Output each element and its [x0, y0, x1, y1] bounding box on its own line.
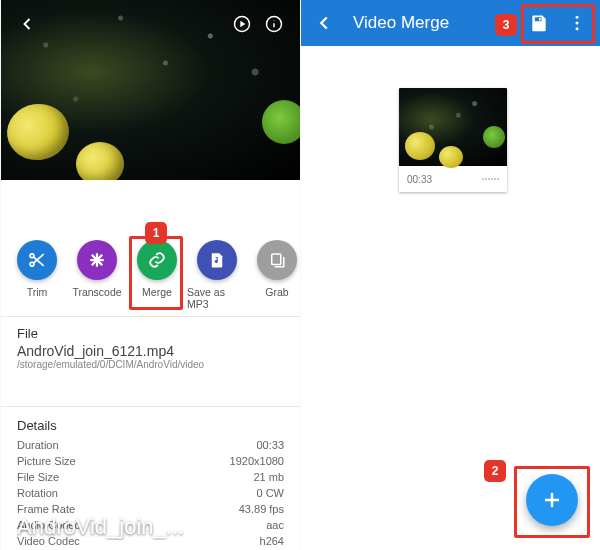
detail-row: Picture Size1920x1080 [17, 453, 284, 469]
thumb-decoration [483, 126, 505, 148]
detail-row: Rotation0 CW [17, 485, 284, 501]
svg-point-4 [30, 262, 34, 266]
merge-icon-circle [137, 240, 177, 280]
frame-grab-icon [268, 251, 286, 269]
add-video-fab[interactable] [526, 474, 578, 526]
svg-point-7 [576, 22, 579, 25]
divider [1, 316, 300, 317]
detail-value: 21 mb [253, 469, 284, 485]
tool-merge[interactable]: Merge [127, 240, 187, 310]
thumbnail-footer: 00:33 [399, 166, 507, 192]
tool-grab[interactable]: Grab [247, 240, 300, 310]
svg-point-3 [30, 254, 34, 258]
detail-row: Duration00:33 [17, 437, 284, 453]
tool-strip: Trim Transcode Merge Save as MP3 [1, 240, 300, 310]
tool-label: Merge [142, 286, 172, 298]
tool-transcode[interactable]: Transcode [67, 240, 127, 310]
file-heading: File [17, 326, 284, 341]
tool-trim[interactable]: Trim [7, 240, 67, 310]
svg-point-8 [576, 27, 579, 30]
info-button[interactable] [258, 8, 290, 40]
play-button[interactable] [226, 8, 258, 40]
arrow-left-icon [313, 12, 335, 34]
back-button[interactable] [307, 6, 341, 40]
mp3-icon-circle [197, 240, 237, 280]
grab-icon-circle [257, 240, 297, 280]
detail-key: File Size [17, 469, 59, 485]
appbar: Video Merge [301, 0, 600, 46]
annotation-number-2: 2 [484, 460, 506, 482]
detail-value: 43.89 fps [239, 501, 284, 517]
detail-row: File Size21 mb [17, 469, 284, 485]
thumbnail-duration: 00:33 [407, 174, 432, 185]
screen-video-merge: Video Merge 00:33 [300, 0, 600, 550]
music-file-icon [208, 251, 226, 269]
detail-value: h264 [260, 533, 284, 549]
video-title: AndroVid_join_... [17, 514, 184, 540]
play-circle-icon [232, 14, 252, 34]
detail-value: 0 CW [257, 485, 285, 501]
transcode-icon-circle [77, 240, 117, 280]
trim-icon-circle [17, 240, 57, 280]
file-name: AndroVid_join_6121.mp4 [17, 343, 284, 359]
detail-key: Picture Size [17, 453, 76, 469]
video-thumbnail-card[interactable]: 00:33 [399, 88, 507, 192]
tool-label: Transcode [72, 286, 121, 298]
hero-decoration [3, 100, 72, 164]
details-heading: Details [17, 418, 284, 433]
link-icon [147, 250, 167, 270]
tool-label: Grab [265, 286, 288, 298]
divider [1, 406, 300, 407]
more-vertical-icon [567, 13, 587, 33]
drag-handle-icon[interactable] [482, 178, 499, 180]
back-button[interactable] [11, 8, 43, 40]
appbar-title: Video Merge [353, 13, 449, 33]
save-icon [529, 13, 549, 33]
svg-rect-5 [272, 254, 281, 265]
scissors-icon [27, 250, 47, 270]
plus-icon [540, 488, 564, 512]
svg-point-6 [576, 16, 579, 19]
thumb-decoration [405, 132, 435, 160]
svg-point-2 [274, 20, 275, 21]
hero-decoration [262, 100, 300, 144]
tool-label: Save as MP3 [187, 286, 247, 310]
detail-key: Rotation [17, 485, 58, 501]
arrow-left-icon [17, 14, 37, 34]
detail-value: 00:33 [256, 437, 284, 453]
detail-value: aac [266, 517, 284, 533]
more-button[interactable] [560, 6, 594, 40]
tool-label: Trim [27, 286, 48, 298]
file-path: /storage/emulated/0/DCIM/AndroVid/video [17, 359, 284, 370]
hero-topbar [1, 0, 300, 48]
info-circle-icon [264, 14, 284, 34]
thumb-decoration [439, 146, 463, 168]
detail-value: 1920x1080 [230, 453, 284, 469]
save-button[interactable] [522, 6, 556, 40]
video-thumbnail-image [399, 88, 507, 166]
screen-video-detail: AndroVid_join_... Trim Transcode Merge [0, 0, 300, 550]
asterisk-icon [88, 251, 106, 269]
detail-key: Duration [17, 437, 59, 453]
tool-save-as-mp3[interactable]: Save as MP3 [187, 240, 247, 310]
hero-decoration [76, 142, 124, 180]
file-section: File AndroVid_join_6121.mp4 /storage/emu… [17, 326, 284, 370]
